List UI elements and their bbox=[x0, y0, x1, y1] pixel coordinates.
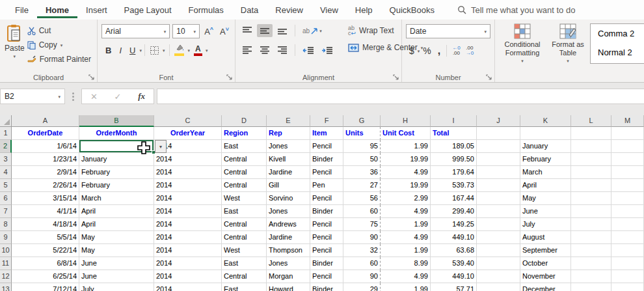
cell-K13[interactable]: December bbox=[520, 283, 571, 291]
fill-color-button[interactable]: ▾ bbox=[172, 43, 192, 57]
tab-review[interactable]: Review bbox=[267, 1, 312, 18]
cell-J13[interactable] bbox=[477, 283, 520, 291]
validation-dropdown-button[interactable]: ▾ bbox=[155, 140, 167, 153]
cell-G2[interactable]: 95 bbox=[343, 140, 381, 153]
column-header-F[interactable]: F bbox=[310, 115, 343, 127]
cell-I9[interactable]: 449.10 bbox=[431, 231, 477, 244]
cell-G3[interactable]: 50 bbox=[343, 153, 381, 166]
tab-file[interactable]: File bbox=[7, 1, 37, 18]
name-box[interactable]: B2 ▾ bbox=[0, 89, 65, 104]
cell-H6[interactable]: 2.99 bbox=[381, 192, 431, 205]
cell-G1[interactable]: Units bbox=[343, 127, 381, 140]
cell-A13[interactable]: 7/12/14 bbox=[12, 283, 79, 291]
cell-B5[interactable]: February bbox=[79, 179, 154, 192]
underline-button[interactable]: U bbox=[126, 45, 139, 56]
tab-formulas[interactable]: Formulas bbox=[180, 1, 232, 18]
cell-E5[interactable]: Gill bbox=[267, 179, 310, 192]
decrease-font-size-button[interactable]: A˅ bbox=[218, 26, 231, 36]
enter-button[interactable]: ✓ bbox=[114, 92, 122, 102]
row-header-2[interactable]: 2 bbox=[0, 140, 12, 153]
cell-C4[interactable]: 2014 bbox=[154, 166, 222, 179]
cell-K12[interactable]: November bbox=[520, 270, 571, 283]
cell-G5[interactable]: 27 bbox=[343, 179, 381, 192]
row-header-10[interactable]: 10 bbox=[0, 244, 12, 257]
cell-K1[interactable] bbox=[520, 127, 571, 140]
cell-L6[interactable] bbox=[571, 192, 611, 205]
cell-C11[interactable]: 2014 bbox=[154, 257, 222, 270]
cell-K4[interactable]: March bbox=[520, 166, 571, 179]
cell-A8[interactable]: 4/18/14 bbox=[12, 218, 79, 231]
cell-E12[interactable]: Morgan bbox=[267, 270, 310, 283]
cell-I10[interactable]: 63.68 bbox=[431, 244, 477, 257]
cell-G6[interactable]: 56 bbox=[343, 192, 381, 205]
cell-H9[interactable]: 4.99 bbox=[381, 231, 431, 244]
cell-D2[interactable]: East bbox=[222, 140, 267, 153]
cell-B1[interactable]: OrderMonth bbox=[79, 127, 154, 140]
cell-H4[interactable]: 4.99 bbox=[381, 166, 431, 179]
cell-H3[interactable]: 19.99 bbox=[381, 153, 431, 166]
column-header-G[interactable]: G bbox=[343, 115, 381, 127]
cell-E1[interactable]: Rep bbox=[267, 127, 310, 140]
cell-D5[interactable]: Central bbox=[222, 179, 267, 192]
cell-J10[interactable] bbox=[477, 244, 520, 257]
cell-E8[interactable]: Andrews bbox=[267, 218, 310, 231]
cell-D1[interactable]: Region bbox=[222, 127, 267, 140]
cell-I11[interactable]: 539.40 bbox=[431, 257, 477, 270]
cell-M5[interactable] bbox=[611, 179, 644, 192]
cell-F4[interactable]: Pencil bbox=[310, 166, 343, 179]
tab-data[interactable]: Data bbox=[232, 1, 267, 18]
cell-C1[interactable]: OrderYear bbox=[154, 127, 222, 140]
cell-I13[interactable]: 57.71 bbox=[431, 283, 477, 291]
cell-style-comma-2[interactable]: Comma 2 bbox=[591, 24, 644, 43]
cell-L4[interactable] bbox=[571, 166, 611, 179]
cell-H8[interactable]: 1.99 bbox=[381, 218, 431, 231]
cell-F3[interactable]: Binder bbox=[310, 153, 343, 166]
number-dialog-launcher[interactable] bbox=[485, 74, 492, 81]
accounting-format-button[interactable]: $ bbox=[406, 46, 418, 56]
cell-L12[interactable] bbox=[571, 270, 611, 283]
cell-G12[interactable]: 90 bbox=[343, 270, 381, 283]
cell-E10[interactable]: Thompson bbox=[267, 244, 310, 257]
column-header-D[interactable]: D bbox=[222, 115, 267, 127]
cell-I7[interactable]: 299.40 bbox=[431, 205, 477, 218]
cell-M8[interactable] bbox=[611, 218, 644, 231]
paste-button[interactable]: Paste ▾ bbox=[4, 22, 25, 72]
cell-F12[interactable]: Pencil bbox=[310, 270, 343, 283]
row-header-8[interactable]: 8 bbox=[0, 218, 12, 231]
cell-L10[interactable] bbox=[571, 244, 611, 257]
increase-indent-button[interactable] bbox=[319, 44, 336, 57]
cell-A10[interactable]: 5/22/14 bbox=[12, 244, 79, 257]
clipboard-dialog-launcher[interactable] bbox=[88, 74, 95, 81]
cell-H5[interactable]: 19.99 bbox=[381, 179, 431, 192]
italic-button[interactable]: I bbox=[115, 45, 126, 56]
cell-K8[interactable]: July bbox=[520, 218, 571, 231]
cell-F2[interactable]: Pencil bbox=[310, 140, 343, 153]
cell-C6[interactable]: 2014 bbox=[154, 192, 222, 205]
cell-G13[interactable]: 29 bbox=[343, 283, 381, 291]
select-all-corner[interactable] bbox=[0, 115, 12, 127]
decrease-indent-button[interactable] bbox=[300, 44, 317, 57]
cut-button[interactable]: Cut bbox=[25, 25, 93, 36]
cell-M9[interactable] bbox=[611, 231, 644, 244]
cell-A11[interactable]: 6/8/14 bbox=[12, 257, 79, 270]
bottom-align-button[interactable] bbox=[275, 24, 290, 37]
comma-style-button[interactable]: , bbox=[435, 45, 444, 57]
cell-D13[interactable]: East bbox=[222, 283, 267, 291]
cell-L11[interactable] bbox=[571, 257, 611, 270]
cell-A9[interactable]: 5/5/14 bbox=[12, 231, 79, 244]
cell-B12[interactable]: June bbox=[79, 270, 154, 283]
cell-M10[interactable] bbox=[611, 244, 644, 257]
row-header-1[interactable]: 1 bbox=[0, 127, 12, 140]
formula-input[interactable] bbox=[157, 89, 644, 104]
row-header-3[interactable]: 3 bbox=[0, 153, 12, 166]
cell-B4[interactable]: February bbox=[79, 166, 154, 179]
cell-B6[interactable]: March bbox=[79, 192, 154, 205]
cell-C10[interactable]: 2014 bbox=[154, 244, 222, 257]
cell-J12[interactable] bbox=[477, 270, 520, 283]
cell-I5[interactable]: 539.73 bbox=[431, 179, 477, 192]
cell-F5[interactable]: Pen bbox=[310, 179, 343, 192]
cell-D7[interactable]: East bbox=[222, 205, 267, 218]
cell-F6[interactable]: Pencil bbox=[310, 192, 343, 205]
increase-decimal-button[interactable]: ←0 .00 bbox=[449, 45, 463, 57]
cell-A1[interactable]: OrderDate bbox=[12, 127, 79, 140]
